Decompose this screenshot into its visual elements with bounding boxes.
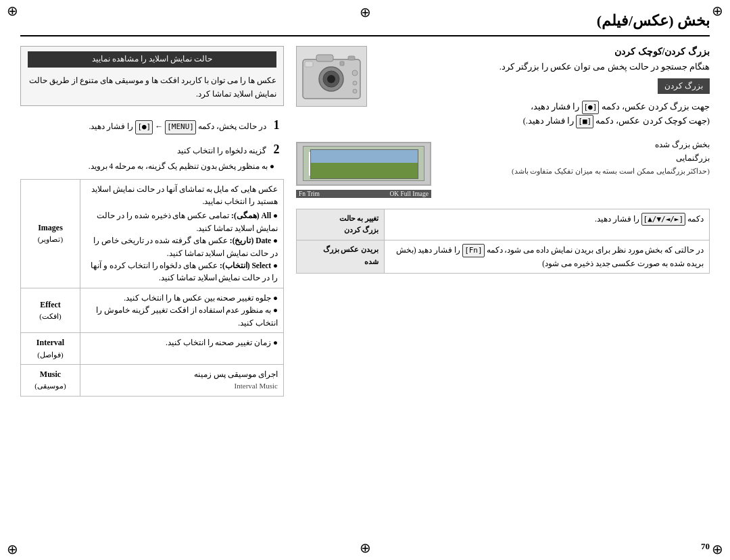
main-content: حالت نمایش اسلاید را مشاهده نمایید عکس ه… [20, 46, 710, 534]
info-label-2: بریدن عکس بزرگشده [297, 240, 385, 274]
note-zoom-info: (حداکثر بزرگنمایی ممکن است بسته به میزان… [438, 165, 710, 178]
lcd-bottom-bar: OK Full Image Fn Trim [296, 190, 431, 198]
crosshair-top: ⊕ [360, 4, 371, 20]
music-persian-label: (موسیقی) [26, 380, 74, 392]
images-label: Images(تصاویر) [21, 179, 80, 288]
page-number: 70 [701, 541, 710, 552]
date-bullet: ● Date (تاریخ): عکس های گرفته شده در تار… [86, 234, 278, 259]
step-2-num: 2 [269, 138, 284, 160]
effect-content: ● جلوه تغییر صحنه بین عکس ها را انتخاب ک… [80, 288, 284, 332]
lcd-inner: Select [303, 146, 424, 181]
interval-content: ● زمان تغییر صحنه را انتخاب کنید. [80, 332, 284, 364]
images-bullets: ● All (همگی): تمامی عکس های ذخیره شده را… [86, 209, 278, 284]
svg-rect-5 [348, 56, 355, 60]
menu-row-images: عکس هایی که مایل به تماشای آنها در حالت … [21, 179, 284, 288]
effect-persian-label: (افکت) [26, 311, 74, 322]
step-1-row: 1 در حالت پخش، دکمه [MENU] ← [●] را فشار… [20, 114, 284, 136]
interval-bullet-1: ● زمان تغییر صحنه را انتخاب کنید. [86, 336, 278, 349]
images-content: عکس هایی که مایل به تماشای آنها در حالت … [80, 179, 284, 288]
lcd-bar-fn: Fn Trim [299, 190, 320, 197]
lcd-preview-area: Select OK Full Image Fn Trim [296, 138, 431, 198]
info-value-1: دکمه [▲/▼/◄/►] را فشار دهید. [385, 209, 710, 240]
svg-rect-7 [305, 61, 313, 67]
svg-point-10 [353, 89, 357, 93]
note-zoom-level: بزرگنمایی [438, 151, 710, 165]
zoom-in-key: [●] [582, 101, 600, 114]
slideshow-box-title: حالت نمایش اسلاید را مشاهده نمایید [28, 51, 276, 68]
lcd-preview: Select [296, 142, 431, 186]
camera-notes-text: بخش بزرگ شده بزرگنمایی (حداکثر بزرگنمایی… [438, 138, 710, 178]
music-label: Music(موسیقی) [21, 364, 80, 396]
menu-key: [MENU] [165, 120, 196, 134]
circle-key: [●] [135, 120, 153, 134]
svg-point-4 [327, 75, 335, 83]
steps-section: 1 در حالت پخش، دکمه [MENU] ← [●] را فشار… [20, 114, 284, 173]
info-row-2: در حالتی که بخش مورد نظر برای بریدن نمای… [297, 240, 710, 274]
camera-placeholder [296, 46, 367, 107]
step-2-text: گزینه دلخواه را انتخاب کنید [177, 144, 266, 157]
direction-key: [▲/▼/◄/►] [641, 213, 686, 226]
main-section-title: بزرگ کردن/کوچک کردن [375, 46, 710, 57]
effect-bullet-1: ● جلوه تغییر صحنه بین عکس ها را انتخاب ک… [86, 292, 278, 304]
menu-row-effect: ● جلوه تغییر صحنه بین عکس ها را انتخاب ک… [21, 288, 284, 332]
images-persian-label: (تصاویر) [26, 234, 74, 245]
left-column: حالت نمایش اسلاید را مشاهده نمایید عکس ه… [20, 46, 284, 534]
right-column: بزرگ کردن/کوچک کردن هنگام جستجو در حالت … [296, 46, 710, 534]
music-content: اجرای موسیقی پس زمینه Interval Music [80, 364, 284, 396]
camera-svg [299, 49, 364, 103]
page: ⊕ ⊕ ⊕ ⊕ ⊕ ⊕ بخش (عکس/فیلم) حالت نمایش اس… [0, 0, 730, 560]
camera-image-area [296, 46, 367, 107]
info-row-1: دکمه [▲/▼/◄/►] را فشار دهید. تغییر به حا… [297, 209, 710, 240]
svg-rect-1 [316, 55, 333, 61]
info-label-1: تغییر به حالتبزرگ کردن [297, 209, 385, 240]
zoom-in-text: جهت بزرگ کردن عکس، دکمه [●] را فشار دهید… [375, 100, 710, 128]
step-1-num: 1 [269, 114, 284, 136]
corner-mark-tl: ⊕ [7, 4, 18, 18]
note-zoomed: بخش بزرگ شده [438, 138, 710, 151]
sub-bullet-1: به منظور پخش بدون تنظیم یک گزینه، به مرح… [20, 160, 284, 174]
corner-mark-bl: ⊕ [7, 542, 18, 556]
zoom-intro-text: هنگام جستجو در حالت پخش می توان عکس را ب… [375, 60, 710, 74]
zoom-out-key: [■] [576, 115, 593, 128]
info-value-2: در حالتی که بخش مورد نظر برای بریدن نمای… [385, 240, 710, 274]
all-bullet: ● All (همگی): تمامی عکس های ذخیره شده را… [86, 209, 278, 234]
corner-mark-br: ⊕ [712, 542, 723, 556]
corner-mark-tr: ⊕ [712, 4, 723, 18]
slideshow-box-text: عکس ها را می توان با کاربرد افکت ها و مو… [28, 71, 276, 101]
info-table: دکمه [▲/▼/◄/►] را فشار دهید. تغییر به حا… [296, 209, 710, 274]
page-title: بخش (عکس/فیلم) [597, 12, 710, 29]
svg-point-8 [352, 70, 358, 76]
zoom-intro: هنگام جستجو در حالت پخش می توان عکس را ب… [375, 60, 710, 128]
step-1-text: در حالت پخش، دکمه [MENU] ← [●] را فشار د… [89, 120, 266, 134]
svg-point-9 [353, 81, 357, 85]
menu-row-interval: ● زمان تغییر صحنه را انتخاب کنید. Interv… [21, 332, 284, 364]
zoom-in-label: بزرگ کردن [658, 78, 710, 94]
interval-persian-label: (فواصل) [26, 349, 74, 361]
menu-row-music: اجرای موسیقی پس زمینه Interval Music Mus… [21, 364, 284, 396]
menu-table: عکس هایی که مایل به تماشای آنها در حالت … [20, 179, 284, 397]
step-2-row: 2 گزینه دلخواه را انتخاب کنید [20, 138, 284, 160]
select-bullet: ● Select (انتخاب): عکس های دلخواه را انت… [86, 259, 278, 284]
crosshair-bottom: ⊕ [360, 540, 371, 556]
right-text-main: بزرگ کردن/کوچک کردن هنگام جستجو در حالت … [375, 46, 710, 128]
music-interval-label: Interval Music [86, 380, 278, 392]
fn-key: [Fn] [462, 244, 485, 257]
svg-rect-6 [340, 61, 344, 66]
effect-bullet-2: ● به منظور عدم استفاده از افکت تغییر گزی… [86, 304, 278, 329]
camera-notes-section: بخش بزرگ شده بزرگنمایی (حداکثر بزرگنمایی… [296, 138, 710, 198]
slideshow-box: حالت نمایش اسلاید را مشاهده نمایید عکس ه… [20, 46, 284, 106]
interval-label: Interval(فواصل) [21, 332, 80, 364]
lcd-landscape [310, 149, 418, 179]
music-text-1: اجرای موسیقی پس زمینه [86, 368, 278, 380]
right-col-top: بزرگ کردن/کوچک کردن هنگام جستجو در حالت … [296, 46, 710, 128]
lcd-bar-ok: OK Full Image [389, 190, 429, 197]
effect-label: Effect(افکت) [21, 288, 80, 332]
